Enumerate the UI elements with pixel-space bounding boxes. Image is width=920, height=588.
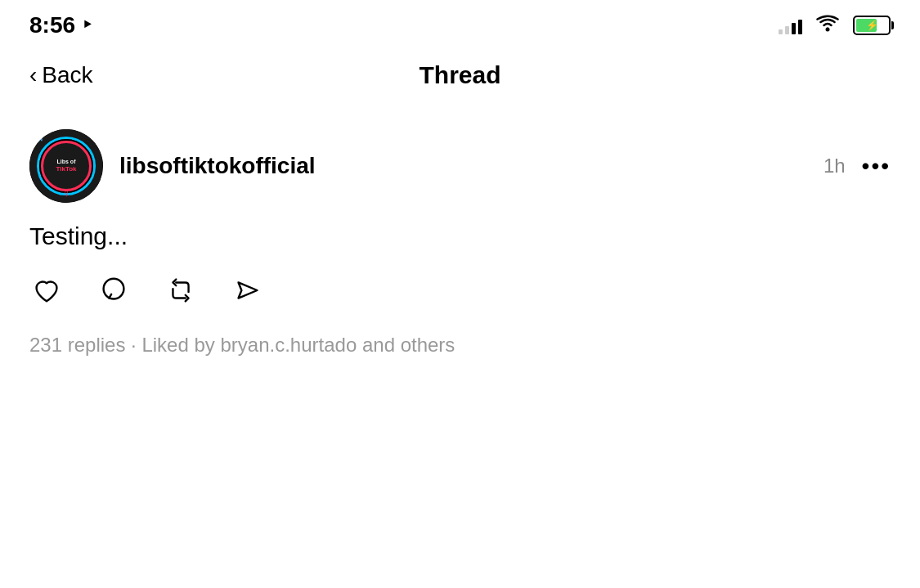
status-bar: 8:56 ‣ ⚡ bbox=[0, 0, 920, 46]
svg-point-0 bbox=[826, 28, 830, 32]
replies-count: 231 replies bbox=[29, 334, 125, 356]
signal-bar-4 bbox=[798, 20, 802, 34]
repost-button[interactable] bbox=[164, 273, 198, 311]
post-container: Libs of TikTok ↗ ♀ libsoftiktokofficial … bbox=[0, 105, 920, 373]
signal-bars bbox=[779, 16, 802, 34]
signal-bar-3 bbox=[792, 23, 796, 34]
post-header-left: Libs of TikTok ↗ ♀ libsoftiktokofficial bbox=[29, 129, 316, 203]
back-button[interactable]: ‹ Back bbox=[29, 62, 93, 88]
post-timestamp: 1h bbox=[824, 155, 846, 177]
svg-marker-2 bbox=[239, 282, 258, 298]
charging-icon: ⚡ bbox=[866, 20, 878, 31]
signal-bar-2 bbox=[785, 26, 789, 34]
nav-header: ‹ Back Thread bbox=[0, 46, 920, 105]
comment-button[interactable] bbox=[96, 273, 131, 311]
replies-line: 231 replies · Liked by bryan.c.hurtado a… bbox=[29, 334, 891, 357]
status-icons: ⚡ bbox=[779, 14, 891, 37]
share-button[interactable] bbox=[231, 273, 265, 311]
svg-point-1 bbox=[104, 279, 124, 299]
post-text: Testing... bbox=[29, 222, 891, 250]
signal-bar-1 bbox=[779, 29, 783, 34]
back-chevron-icon: ‹ bbox=[29, 62, 37, 88]
action-bar bbox=[29, 273, 891, 311]
like-button[interactable] bbox=[29, 273, 64, 311]
avatar-image: Libs of TikTok ↗ ♀ bbox=[29, 129, 103, 203]
more-options-button[interactable]: ••• bbox=[862, 153, 891, 179]
avatar-text: Libs of TikTok bbox=[56, 159, 76, 173]
username[interactable]: libsoftiktokofficial bbox=[119, 153, 316, 179]
liked-by: Liked by bryan.c.hurtado and others bbox=[141, 334, 455, 356]
time-display: 8:56 bbox=[29, 12, 75, 38]
page-title: Thread bbox=[419, 61, 500, 89]
avatar-female-symbol: ♀ bbox=[62, 187, 70, 200]
post-header-right: 1h ••• bbox=[824, 153, 891, 179]
avatar[interactable]: Libs of TikTok ↗ ♀ bbox=[29, 129, 103, 203]
battery-icon: ⚡ bbox=[853, 16, 891, 35]
status-time: 8:56 ‣ bbox=[29, 12, 92, 38]
location-icon: ‣ bbox=[82, 15, 92, 36]
post-header: Libs of TikTok ↗ ♀ libsoftiktokofficial … bbox=[29, 129, 891, 203]
replies-separator: · bbox=[131, 334, 141, 356]
wifi-icon bbox=[815, 14, 840, 37]
avatar-arrow: ↗ bbox=[34, 134, 43, 146]
back-label: Back bbox=[42, 62, 92, 88]
